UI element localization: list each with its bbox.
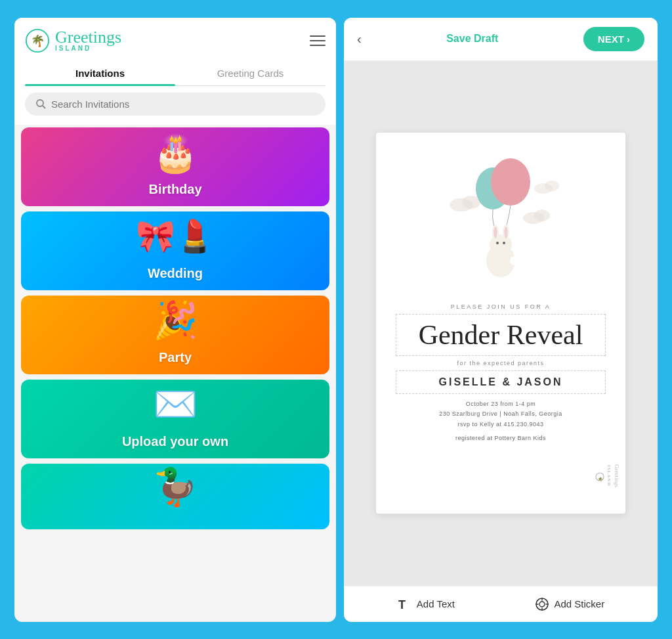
svg-point-7 xyxy=(534,209,550,221)
svg-point-9 xyxy=(545,181,559,191)
next-button[interactable]: NEXT › xyxy=(583,27,644,51)
category-baby[interactable]: 🦆 xyxy=(21,464,329,529)
category-wedding[interactable]: 🎀💄 Wedding xyxy=(21,211,329,290)
search-input[interactable] xyxy=(51,99,315,110)
logo-row: 🌴 Greetings ISLAND xyxy=(25,28,326,61)
svg-text:🌴: 🌴 xyxy=(597,477,602,482)
add-sticker-label: Add Sticker xyxy=(555,598,605,609)
card-for-parents: for the expected parents xyxy=(457,360,544,366)
invitation-card: PLEASE JOIN US FOR A Gender Reveal for t… xyxy=(376,133,625,514)
svg-line-3 xyxy=(43,106,45,108)
save-draft-button[interactable]: Save Draft xyxy=(446,33,498,45)
search-input-wrap xyxy=(25,93,326,116)
category-birthday[interactable]: 🎂 Birthday xyxy=(21,127,329,206)
balloon-illustration xyxy=(435,152,566,297)
add-sticker-action[interactable]: Add Sticker xyxy=(535,597,605,611)
party-label: Party xyxy=(159,350,192,365)
logo-icon: 🌴 xyxy=(25,28,50,53)
svg-point-16 xyxy=(494,227,497,238)
wedding-icon: 🎀💄 xyxy=(136,221,215,252)
svg-point-11 xyxy=(491,158,530,206)
add-text-label: Add Text xyxy=(417,598,455,609)
greetings-watermark: Greetings ISLAND 🌴 xyxy=(595,464,620,487)
svg-text:T: T xyxy=(398,598,406,611)
card-title: Gender Reveal xyxy=(419,320,583,350)
card-preview-area: PLEASE JOIN US FOR A Gender Reveal for t… xyxy=(344,61,658,586)
logo-text: Greetings ISLAND xyxy=(55,29,121,52)
svg-text:🌴: 🌴 xyxy=(31,33,45,47)
logo-area: 🌴 Greetings ISLAND xyxy=(25,28,121,53)
search-bar-container xyxy=(14,86,336,125)
upload-icon: ✉️ xyxy=(153,386,198,422)
party-icon: 🎉 xyxy=(153,302,198,338)
card-please-join: PLEASE JOIN US FOR A xyxy=(451,303,551,310)
card-names-box: GISELLE & JASON xyxy=(396,370,606,394)
svg-point-20 xyxy=(510,256,520,265)
birthday-icon: 🎂 xyxy=(153,135,198,171)
logo-island-text: ISLAND xyxy=(55,45,91,52)
category-upload[interactable]: ✉️ Upload your own xyxy=(21,380,329,458)
svg-point-18 xyxy=(496,242,499,244)
tabs: Invitations Greeting Cards xyxy=(25,61,326,86)
sticker-icon xyxy=(535,597,549,611)
right-panel: ‹ Save Draft NEXT › xyxy=(344,18,658,622)
logo-greetings-text: Greetings xyxy=(55,29,121,46)
card-details: October 23 from 1-4 pm 230 Szarlburg Dri… xyxy=(439,399,562,430)
categories-list: 🎂 Birthday 🎀💄 Wedding 🎉 Party ✉️ Upload … xyxy=(14,125,336,622)
category-party[interactable]: 🎉 Party xyxy=(21,296,329,374)
main-container: 🌴 Greetings ISLAND Invitations Greeting … xyxy=(8,11,664,628)
add-text-action[interactable]: T Add Text xyxy=(397,597,455,611)
card-names: GISELLE & JASON xyxy=(438,376,562,387)
wedding-label: Wedding xyxy=(148,266,203,281)
baby-icon: 🦆 xyxy=(153,469,198,505)
card-title-box: Gender Reveal xyxy=(396,314,606,356)
svg-point-26 xyxy=(539,602,545,607)
search-icon xyxy=(35,99,46,109)
svg-point-17 xyxy=(505,227,508,238)
tab-invitations[interactable]: Invitations xyxy=(25,61,175,85)
upload-label: Upload your own xyxy=(122,434,228,449)
back-button[interactable]: ‹ xyxy=(357,32,362,47)
header: 🌴 Greetings ISLAND Invitations Greeting … xyxy=(14,18,336,86)
hamburger-menu[interactable] xyxy=(310,35,326,46)
left-panel: 🌴 Greetings ISLAND Invitations Greeting … xyxy=(14,18,336,622)
text-icon: T xyxy=(397,597,411,611)
right-footer: T Add Text Add Sticker xyxy=(344,586,658,622)
svg-point-19 xyxy=(503,242,505,244)
birthday-label: Birthday xyxy=(148,182,201,197)
tab-greeting-cards[interactable]: Greeting Cards xyxy=(175,61,326,85)
right-header: ‹ Save Draft NEXT › xyxy=(344,18,658,61)
card-registered: registered at Pottery Barn Kids xyxy=(455,433,546,443)
